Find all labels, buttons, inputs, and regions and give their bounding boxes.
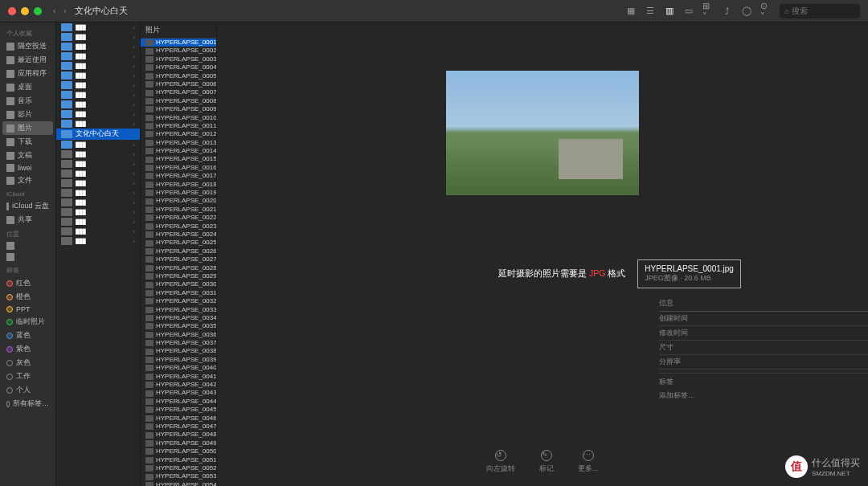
folder-item[interactable]: ███› (56, 32, 140, 42)
file-item[interactable]: HYPERLAPSE_0004.jpg (141, 63, 216, 71)
folder-item[interactable]: ███› (56, 227, 140, 236)
search-input[interactable]: ⌕ 搜索 (780, 4, 860, 18)
add-tags[interactable]: 添加标签… (659, 389, 868, 402)
file-item[interactable]: HYPERLAPSE_0028.jpg (141, 264, 216, 272)
file-item[interactable]: HYPERLAPSE_0001.jpg (141, 39, 216, 47)
folder-item[interactable]: 文化中心白天› (56, 129, 140, 140)
file-item[interactable]: HYPERLAPSE_0032.jpg (141, 297, 216, 305)
file-item[interactable]: HYPERLAPSE_0009.jpg (141, 105, 216, 113)
file-item[interactable]: HYPERLAPSE_0014.jpg (141, 147, 216, 155)
tag-icon[interactable]: ◯ (741, 6, 752, 17)
file-item[interactable]: HYPERLAPSE_0026.jpg (141, 247, 216, 255)
sidebar-item[interactable]: 文稿 (0, 149, 55, 162)
file-item[interactable]: HYPERLAPSE_0037.jpg (141, 339, 216, 347)
folder-item[interactable]: ███› (56, 149, 140, 159)
folder-item[interactable]: ███› (56, 61, 140, 71)
folder-item[interactable]: ███› (56, 207, 140, 217)
sidebar-item[interactable]: 应用程序 (0, 67, 55, 80)
file-item[interactable]: HYPERLAPSE_0015.jpg (141, 155, 216, 163)
sidebar-item[interactable]: 桌面 (0, 80, 55, 94)
folder-item[interactable]: ███› (56, 42, 140, 51)
sidebar-item[interactable]: 临时照片 (0, 315, 55, 329)
file-item[interactable]: HYPERLAPSE_0040.jpg (141, 364, 216, 372)
file-item[interactable]: HYPERLAPSE_0041.jpg (141, 373, 216, 381)
file-item[interactable]: HYPERLAPSE_0036.jpg (141, 331, 216, 339)
file-item[interactable]: HYPERLAPSE_0048.jpg (141, 431, 216, 439)
sidebar-item[interactable]: 紫色 (0, 342, 55, 356)
sidebar-item[interactable]: 橙色 (0, 290, 55, 304)
file-item[interactable]: HYPERLAPSE_0021.jpg (141, 206, 216, 214)
sidebar-item[interactable]: 灰色 (0, 356, 55, 370)
sidebar-item[interactable]: 下载 (0, 135, 55, 149)
file-item[interactable]: HYPERLAPSE_0005.jpg (141, 72, 216, 80)
group-icon[interactable]: ⊞ ˅ (702, 6, 714, 17)
sidebar-item[interactable]: 最近使用 (0, 53, 55, 67)
file-item[interactable]: HYPERLAPSE_0019.jpg (141, 189, 216, 197)
sidebar-item[interactable]: iCloud 云盘 (0, 199, 55, 213)
folder-item[interactable]: ███› (56, 51, 140, 61)
file-item[interactable]: HYPERLAPSE_0013.jpg (141, 139, 216, 147)
more-button[interactable]: ⋯ 更多… (578, 450, 600, 474)
file-item[interactable]: HYPERLAPSE_0045.jpg (141, 406, 216, 414)
file-item[interactable]: HYPERLAPSE_0051.jpg (141, 456, 216, 464)
sidebar-item[interactable]: 工作 (0, 370, 55, 383)
sidebar-item[interactable]: 图片 (2, 121, 53, 135)
sidebar-item[interactable]: 共享 (0, 213, 55, 227)
file-item[interactable]: HYPERLAPSE_0029.jpg (141, 272, 216, 280)
sidebar-item[interactable]: 个人 (0, 383, 55, 397)
share-icon[interactable]: ⤴ (722, 6, 733, 17)
sidebar-item[interactable]: 隔空投送 (0, 39, 55, 53)
folder-item[interactable]: ███› (56, 159, 140, 169)
file-item[interactable]: HYPERLAPSE_0025.jpg (141, 239, 216, 247)
action-icon[interactable]: ⊙ ˅ (760, 6, 772, 17)
maximize-icon[interactable] (34, 7, 42, 15)
file-item[interactable]: HYPERLAPSE_0053.jpg (141, 472, 216, 480)
file-item[interactable]: HYPERLAPSE_0027.jpg (141, 255, 216, 263)
file-item[interactable]: HYPERLAPSE_0022.jpg (141, 214, 216, 222)
folder-item[interactable]: ███› (56, 90, 140, 100)
view-columns-icon[interactable]: ▥ (664, 6, 675, 17)
sidebar-item[interactable]: 蓝色 (0, 329, 55, 342)
view-icon-icon[interactable]: ▦ (625, 6, 637, 17)
back-icon[interactable]: ‹ (53, 6, 55, 15)
file-item[interactable]: HYPERLAPSE_0010.jpg (141, 114, 216, 122)
folder-item[interactable]: ███› (56, 71, 140, 80)
file-item[interactable]: HYPERLAPSE_0044.jpg (141, 398, 216, 406)
file-item[interactable]: HYPERLAPSE_0016.jpg (141, 164, 216, 172)
file-item[interactable]: HYPERLAPSE_0047.jpg (141, 423, 216, 431)
folder-item[interactable]: ███› (56, 22, 140, 32)
file-item[interactable]: HYPERLAPSE_0002.jpg (141, 47, 216, 55)
file-item[interactable]: HYPERLAPSE_0038.jpg (141, 347, 216, 355)
sidebar-item[interactable] (0, 251, 55, 263)
sidebar-item[interactable]: 文件 (0, 174, 55, 187)
folder-item[interactable]: ███› (56, 178, 140, 188)
folder-item[interactable]: ███› (56, 140, 140, 149)
file-item[interactable]: HYPERLAPSE_0050.jpg (141, 447, 216, 455)
sidebar-item[interactable]: 音乐 (0, 94, 55, 108)
folder-item[interactable]: ███› (56, 188, 140, 198)
file-item[interactable]: HYPERLAPSE_0033.jpg (141, 306, 216, 314)
folder-item[interactable]: ███› (56, 169, 140, 178)
sidebar-item[interactable] (0, 240, 55, 251)
file-item[interactable]: HYPERLAPSE_0011.jpg (141, 122, 216, 130)
file-item[interactable]: HYPERLAPSE_0008.jpg (141, 97, 216, 105)
file-item[interactable]: HYPERLAPSE_0024.jpg (141, 231, 216, 239)
sidebar-item[interactable]: liwei (0, 162, 55, 174)
file-item[interactable]: HYPERLAPSE_0018.jpg (141, 181, 216, 189)
file-item[interactable]: HYPERLAPSE_0017.jpg (141, 172, 216, 180)
folder-item[interactable]: ███› (56, 100, 140, 109)
file-item[interactable]: HYPERLAPSE_0030.jpg (141, 280, 216, 288)
file-item[interactable]: HYPERLAPSE_0012.jpg (141, 130, 216, 138)
markup-button[interactable]: ✎ 标记 (539, 450, 554, 474)
file-item[interactable]: HYPERLAPSE_0054.jpg (141, 481, 216, 486)
view-list-icon[interactable]: ☰ (645, 6, 656, 17)
folder-item[interactable]: ███› (56, 109, 140, 119)
folder-item[interactable]: ███› (56, 236, 140, 246)
file-item[interactable]: HYPERLAPSE_0035.jpg (141, 322, 216, 330)
file-item[interactable]: HYPERLAPSE_0046.jpg (141, 415, 216, 423)
close-icon[interactable] (8, 7, 16, 15)
minimize-icon[interactable] (21, 7, 29, 15)
folder-item[interactable]: ███› (56, 119, 140, 129)
sidebar-item[interactable]: 影片 (0, 108, 55, 121)
sidebar-item[interactable]: 所有标签… (0, 397, 55, 410)
